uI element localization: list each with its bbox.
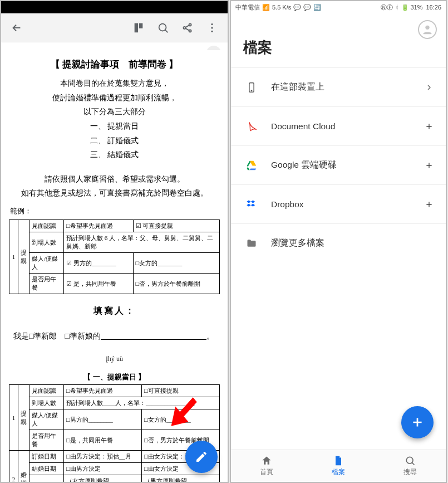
tab-label: 搜尋 xyxy=(403,467,417,477)
tab-search[interactable]: 搜尋 xyxy=(374,450,446,482)
svg-rect-1 xyxy=(139,23,142,28)
location-list: 在這部裝置上Document CloudGoogle 雲端硬碟Dropbox瀏覽… xyxy=(231,67,446,262)
filler-heading: 填寫人： xyxy=(9,305,220,317)
plus-icon xyxy=(422,161,436,170)
viewer-toolbar xyxy=(1,13,228,42)
example-label: 範例： xyxy=(10,206,220,216)
watermark: Įhý uù xyxy=(9,355,220,363)
doc-title: 【 提親討論事項 前導問卷 】 xyxy=(9,58,220,71)
signal-icon: 📶 xyxy=(262,4,270,11)
svg-point-5 xyxy=(189,30,191,32)
location-label: 瀏覽更多檔案 xyxy=(271,237,422,249)
edit-fab[interactable] xyxy=(185,441,218,473)
files-app-pane: 中華電信 📶 5.5 K/s 💬💬🔄 ⓃⒻ ᚼ 🔋31% 16:26 檔案 在這… xyxy=(230,0,447,483)
doc-instruction: 請依照個人家庭習俗、希望或需求勾選。 xyxy=(9,172,220,187)
page-mode-button[interactable] xyxy=(126,16,151,40)
tab-label: 檔案 xyxy=(332,467,345,477)
carrier-label: 中華電信 xyxy=(235,3,260,12)
location-label: Document Cloud xyxy=(271,121,422,131)
location-row-dropbox[interactable]: Dropbox xyxy=(231,184,446,223)
clock: 16:26 xyxy=(426,4,441,11)
overflow-menu-button[interactable] xyxy=(200,16,224,40)
gdrive-icon xyxy=(243,160,260,171)
svg-point-6 xyxy=(211,23,213,25)
svg-point-3 xyxy=(183,26,185,28)
svg-rect-0 xyxy=(135,23,138,32)
net-speed: 5.5 K/s xyxy=(272,4,291,11)
location-row-gdrive[interactable]: Google 雲端硬碟 xyxy=(231,145,446,184)
svg-point-11 xyxy=(251,90,252,91)
location-label: Dropbox xyxy=(271,199,422,209)
nfc-icon: ⓃⒻ xyxy=(381,3,393,12)
add-fab[interactable] xyxy=(401,406,434,438)
pdf-viewer-pane: 1 【 提親討論事項 前導問卷 】 本問卷目的在於蒐集雙方意見，使討論婚禮準備過… xyxy=(0,0,229,483)
tab-files[interactable]: 檔案 xyxy=(303,450,375,482)
status-bar xyxy=(1,1,228,13)
svg-point-4 xyxy=(189,23,191,26)
doc-paragraph: 三、 結婚儀式 xyxy=(9,148,220,162)
doc-paragraph: 以下分為三大部分 xyxy=(9,105,220,119)
doc-paragraph: 一、 提親當日 xyxy=(9,119,220,134)
doc-paragraph: 使討論婚禮準備過程更加順利流暢， xyxy=(9,91,220,105)
location-label: 在這部裝置上 xyxy=(271,81,422,93)
svg-point-9 xyxy=(425,26,429,30)
dropbox-icon xyxy=(243,199,260,210)
doc-paragraph: 本問卷目的在於蒐集雙方意見， xyxy=(9,76,220,91)
location-row-doccloud[interactable]: Document Cloud xyxy=(231,106,446,145)
tab-home[interactable]: 首頁 xyxy=(231,450,303,482)
acrobat-icon xyxy=(243,121,260,132)
bluetooth-icon: ᚼ xyxy=(395,4,399,11)
svg-point-12 xyxy=(406,457,413,464)
back-button[interactable] xyxy=(4,16,29,40)
tab-label: 首頁 xyxy=(260,467,273,477)
chevron-icon xyxy=(422,83,436,92)
document-page[interactable]: 1 【 提親討論事項 前導問卷 】 本問卷目的在於蒐集雙方意見，使討論婚禮準備過… xyxy=(1,42,228,482)
bottom-nav: 首頁檔案搜尋 xyxy=(231,450,446,482)
section-table: 1提親見面認識□希望事先見面過□可直接提親到場人數預計到場人數____人，名單：… xyxy=(9,384,220,482)
plus-icon xyxy=(422,200,436,209)
phone-icon xyxy=(243,82,260,93)
location-label: Google 雲端硬碟 xyxy=(271,159,422,171)
svg-point-2 xyxy=(159,23,166,31)
share-button[interactable] xyxy=(175,16,200,40)
section-heading: 【 一、提親當日 】 xyxy=(9,372,220,382)
example-table: 1提親見面認識□希望事先見面過☑ 可直接提親到場人數預計到場人數 6 人，名單：… xyxy=(9,219,220,294)
plus-icon xyxy=(422,122,436,131)
page-title: 檔案 xyxy=(243,38,446,57)
svg-point-8 xyxy=(211,30,213,32)
search-button[interactable] xyxy=(151,16,175,40)
filler-line: 我是□準新郎 □準新娘的。 xyxy=(13,331,215,341)
doc-instruction: 如有其他意見或想法，可直接書寫補充於問卷空白處。 xyxy=(9,186,220,201)
location-row-local[interactable]: 在這部裝置上 xyxy=(231,67,446,106)
profile-avatar[interactable] xyxy=(418,20,437,39)
battery-label: 🔋31% xyxy=(401,4,424,11)
location-row-browse[interactable]: 瀏覽更多檔案 xyxy=(231,223,446,262)
doc-paragraph: 二、 訂婚儀式 xyxy=(9,134,220,148)
svg-point-7 xyxy=(211,27,213,28)
folder-icon xyxy=(243,238,260,249)
status-bar: 中華電信 📶 5.5 K/s 💬💬🔄 ⓃⒻ ᚼ 🔋31% 16:26 xyxy=(231,1,446,13)
